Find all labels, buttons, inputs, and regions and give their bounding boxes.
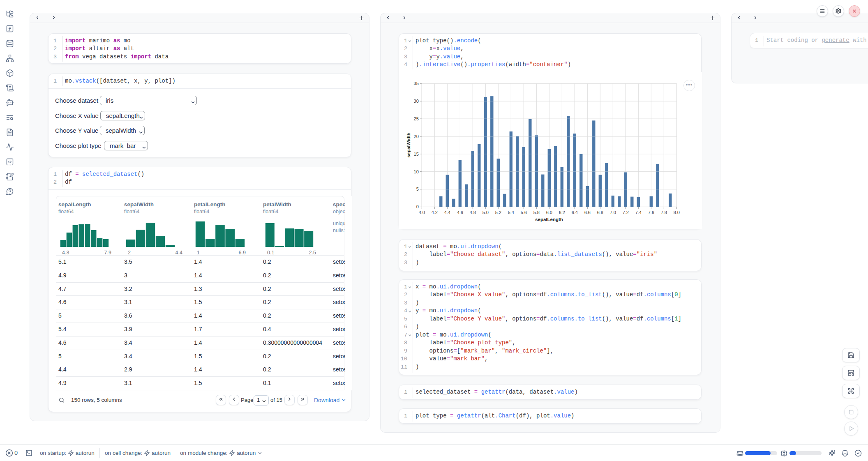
- svg-text:4.0: 4.0: [419, 210, 425, 215]
- svg-text:6.6: 6.6: [584, 210, 591, 215]
- svg-text:7.0: 7.0: [610, 210, 616, 215]
- svg-text:6.4: 6.4: [572, 210, 578, 215]
- svg-text:25: 25: [414, 116, 419, 121]
- svg-text:5.8: 5.8: [533, 210, 540, 215]
- svg-text:20: 20: [414, 134, 419, 139]
- svg-text:35: 35: [414, 81, 419, 86]
- svg-text:7.8: 7.8: [661, 210, 667, 215]
- svg-text:sepalLength: sepalLength: [535, 217, 563, 222]
- svg-text:15: 15: [414, 152, 419, 157]
- svg-text:4.4: 4.4: [444, 210, 450, 215]
- svg-text:10: 10: [414, 169, 419, 174]
- svg-text:5.2: 5.2: [495, 210, 501, 215]
- svg-text:6.0: 6.0: [546, 210, 552, 215]
- svg-text:7.6: 7.6: [648, 210, 654, 215]
- svg-text:5.6: 5.6: [521, 210, 527, 215]
- svg-text:5.4: 5.4: [508, 210, 514, 215]
- svg-text:7.2: 7.2: [623, 210, 629, 215]
- svg-text:4.2: 4.2: [432, 210, 438, 215]
- svg-text:0: 0: [416, 204, 419, 209]
- svg-text:4.6: 4.6: [457, 210, 463, 215]
- svg-text:5.0: 5.0: [482, 210, 489, 215]
- svg-text:8.0: 8.0: [674, 210, 680, 215]
- svg-text:6.2: 6.2: [559, 210, 565, 215]
- svg-text:7.4: 7.4: [635, 210, 642, 215]
- svg-text:sepalWidth: sepalWidth: [406, 132, 411, 157]
- svg-text:6.8: 6.8: [597, 210, 603, 215]
- svg-text:30: 30: [414, 99, 419, 104]
- svg-text:5: 5: [416, 187, 419, 191]
- svg-text:4.8: 4.8: [470, 210, 476, 215]
